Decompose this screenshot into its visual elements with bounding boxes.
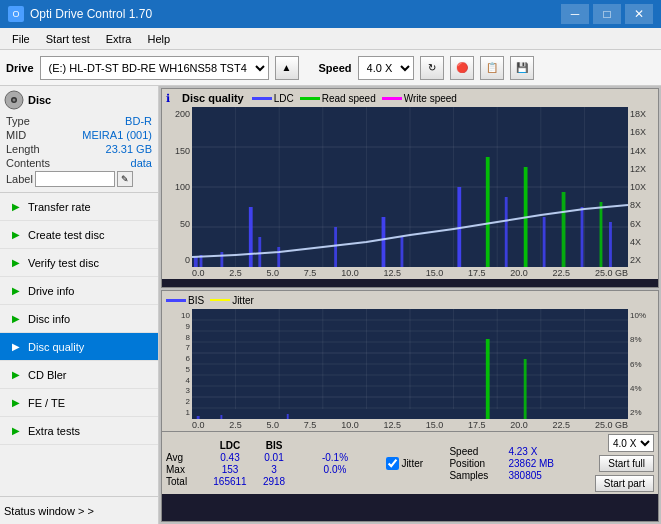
ldc-header: LDC <box>208 440 252 451</box>
bis-jitter-chart: BIS Jitter 10 9 8 7 6 5 4 3 <box>161 290 659 522</box>
stats-grid: LDC BIS Avg 0.43 0.01 -0.1% Max 153 3 0.… <box>166 440 360 487</box>
samples-label: Samples <box>449 470 504 481</box>
main-area: Disc Type BD-R MID MEIRA1 (001) Length 2… <box>0 86 661 524</box>
write-color <box>382 97 402 100</box>
svg-rect-22 <box>382 217 386 267</box>
sidebar-item-disc-quality[interactable]: ▶ Disc quality <box>0 333 158 361</box>
start-full-button[interactable]: Start full <box>599 455 654 472</box>
svg-rect-53 <box>220 415 222 419</box>
legend-bis-label: BIS <box>188 295 204 306</box>
speed-select-stats[interactable]: 4.0 X <box>608 434 654 452</box>
disc-label-input[interactable] <box>35 171 115 187</box>
chart-top-body: 200 150 100 50 0 <box>162 107 658 267</box>
disc-mid-row: MID MEIRA1 (001) <box>4 128 154 142</box>
status-window-toggle[interactable]: Status window > > <box>0 496 158 524</box>
start-part-button[interactable]: Start part <box>595 475 654 492</box>
minimize-button[interactable]: ─ <box>561 4 589 24</box>
menu-file[interactable]: File <box>4 31 38 47</box>
sidebar-item-create-test-disc[interactable]: ▶ Create test disc <box>0 221 158 249</box>
sidebar-item-cd-bler[interactable]: ▶ CD Bler <box>0 361 158 389</box>
svg-rect-29 <box>562 192 566 267</box>
svg-rect-25 <box>486 157 490 267</box>
verify-test-disc-icon: ▶ <box>8 255 24 271</box>
legend-read: Read speed <box>300 93 376 104</box>
svg-rect-31 <box>600 202 603 267</box>
chart-bottom-svg <box>192 309 628 419</box>
avg-jitter: -0.1% <box>310 452 360 463</box>
sidebar-item-extra-tests[interactable]: ▶ Extra tests <box>0 417 158 445</box>
legend-jitter-label: Jitter <box>232 295 254 306</box>
read-color <box>300 97 320 100</box>
sidebar-item-label-extra-tests: Extra tests <box>28 425 80 437</box>
sidebar-item-disc-info[interactable]: ▶ Disc info <box>0 305 158 333</box>
chart-bottom-y-right: 10% 8% 6% 4% 2% <box>628 309 658 419</box>
sidebar-item-label-disc-quality: Disc quality <box>28 341 84 353</box>
chart-bottom-svg-area <box>192 309 628 419</box>
label-edit-button[interactable]: ✎ <box>117 171 133 187</box>
speed-position-grid: Speed 4.23 X Position 23862 MB Samples 3… <box>449 446 568 481</box>
jitter-header <box>310 440 360 451</box>
save-button[interactable]: 💾 <box>510 56 534 80</box>
sidebar-item-drive-info[interactable]: ▶ Drive info <box>0 277 158 305</box>
menu-start-test[interactable]: Start test <box>38 31 98 47</box>
chart-top-x-axis: 0.0 2.5 5.0 7.5 10.0 12.5 15.0 17.5 20.0… <box>162 267 658 279</box>
sidebar-item-verify-test-disc[interactable]: ▶ Verify test disc <box>0 249 158 277</box>
scan-button[interactable]: 📋 <box>480 56 504 80</box>
sidebar-item-transfer-rate[interactable]: ▶ Transfer rate <box>0 193 158 221</box>
jitter-color <box>210 299 230 301</box>
avg-label: Avg <box>166 452 204 463</box>
svg-rect-20 <box>277 247 280 267</box>
chart-top-title: Disc quality <box>182 92 244 104</box>
disc-label-row: Label ✎ <box>4 170 154 188</box>
close-button[interactable]: ✕ <box>625 4 653 24</box>
svg-rect-54 <box>287 414 289 419</box>
create-test-disc-icon: ▶ <box>8 227 24 243</box>
position-label: Position <box>449 458 504 469</box>
menu-help[interactable]: Help <box>139 31 178 47</box>
svg-rect-17 <box>220 252 223 267</box>
svg-rect-21 <box>334 227 337 267</box>
refresh-button[interactable]: ↻ <box>420 56 444 80</box>
toolbar: Drive (E:) HL-DT-ST BD-RE WH16NS58 TST4 … <box>0 50 661 86</box>
disc-icon <box>4 90 24 110</box>
svg-rect-15 <box>194 257 198 267</box>
speed-stat-label: Speed <box>449 446 504 457</box>
app-icon-text: O <box>12 9 19 19</box>
svg-rect-26 <box>505 197 508 267</box>
legend-write-label: Write speed <box>404 93 457 104</box>
sidebar-item-label-transfer-rate: Transfer rate <box>28 201 91 213</box>
disc-header: Disc <box>4 90 154 110</box>
disc-type-row: Type BD-R <box>4 114 154 128</box>
maximize-button[interactable]: □ <box>593 4 621 24</box>
position-value: 23862 MB <box>508 458 568 469</box>
eject-button[interactable]: ▲ <box>275 56 299 80</box>
speed-selector[interactable]: 4.0 X <box>358 56 414 80</box>
chart-top-svg <box>192 107 628 267</box>
disc-length-label: Length <box>6 143 40 155</box>
burn-button[interactable]: 🔴 <box>450 56 474 80</box>
window-controls: ─ □ ✕ <box>561 4 653 24</box>
legend-read-label: Read speed <box>322 93 376 104</box>
sidebar-item-fe-te[interactable]: ▶ FE / TE <box>0 389 158 417</box>
drive-selector[interactable]: (E:) HL-DT-ST BD-RE WH16NS58 TST4 <box>40 56 269 80</box>
disc-panel: Disc Type BD-R MID MEIRA1 (001) Length 2… <box>0 86 158 193</box>
svg-rect-56 <box>524 359 527 419</box>
titlebar: O Opti Drive Control 1.70 ─ □ ✕ <box>0 0 661 28</box>
disc-length-row: Length 23.31 GB <box>4 142 154 156</box>
chart-bottom-x-axis: 0.0 2.5 5.0 7.5 10.0 12.5 15.0 17.5 20.0… <box>162 419 658 431</box>
jitter-checkbox[interactable] <box>386 457 399 470</box>
chart-top-y-left: 200 150 100 50 0 <box>162 107 192 267</box>
disc-type-value: BD-R <box>125 115 152 127</box>
total-label: Total <box>166 476 204 487</box>
max-label: Max <box>166 464 204 475</box>
disc-contents-row: Contents data <box>4 156 154 170</box>
menu-extra[interactable]: Extra <box>98 31 140 47</box>
legend-jitter: Jitter <box>210 295 254 306</box>
stats-panel: LDC BIS Avg 0.43 0.01 -0.1% Max 153 3 0.… <box>162 431 658 494</box>
chart-bottom-legend: BIS Jitter <box>166 295 254 306</box>
avg-bis: 0.01 <box>256 452 292 463</box>
ldc-color <box>252 97 272 100</box>
status-window-label: Status window > > <box>4 505 94 517</box>
app-title: Opti Drive Control 1.70 <box>30 7 152 21</box>
app-icon: O <box>8 6 24 22</box>
